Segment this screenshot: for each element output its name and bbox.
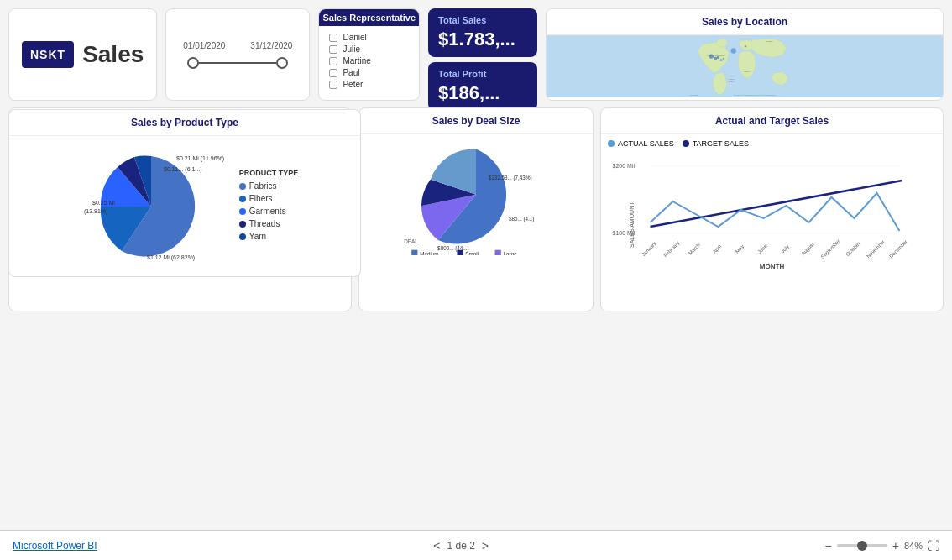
target-legend-dot — [683, 140, 689, 147]
legend-yarn: Yarn — [239, 232, 299, 241]
product-type-body: $0.25 Mi (13.81%) $0.21 Mi (11.96%) $0.1… — [9, 136, 360, 277]
svg-rect-41 — [411, 250, 417, 255]
rep-item[interactable]: Peter — [329, 80, 409, 89]
slider-left-dot[interactable] — [187, 57, 199, 69]
svg-point-7 — [714, 57, 717, 60]
date-range-slider[interactable] — [187, 57, 288, 69]
legend-actual: ACTUAL SALES — [608, 139, 674, 148]
rep-checkbox[interactable] — [329, 57, 337, 65]
rep-list: DanielJulieMartinePaulPeter — [329, 33, 409, 89]
svg-point-9 — [720, 59, 723, 61]
svg-text:$800... (44...): $800... (44...) — [437, 245, 469, 252]
legend-garments: Garments — [239, 207, 299, 216]
page-indicator: 1 de 2 — [447, 540, 474, 552]
rep-item[interactable]: Daniel — [329, 33, 409, 42]
powerbi-link[interactable]: Microsoft Power BI — [13, 540, 97, 552]
zoom-minus-button[interactable]: − — [825, 539, 832, 552]
svg-text:September: September — [820, 238, 841, 259]
svg-text:$132.58... (7,43%): $132.58... (7,43%) — [489, 175, 532, 181]
zoom-slider[interactable] — [837, 544, 887, 547]
header-row: NSKT Sales 01/01/2020 31/12/2020 Sales R… — [8, 8, 944, 101]
deal-size-chart-body: $132.58... (7,43%) $85... (4...) $800...… — [359, 134, 593, 308]
svg-text:(13.81%): (13.81%) — [84, 208, 107, 215]
zoom-controls: − + 84% ⛶ — [825, 539, 939, 552]
deal-size-pie-svg: $132.58... (7,43%) $85... (4...) $800...… — [392, 138, 560, 255]
svg-text:DEAL ...: DEAL ... — [404, 238, 424, 244]
rep-checkbox[interactable] — [329, 81, 337, 89]
actual-legend-label: ACTUAL SALES — [618, 139, 674, 148]
svg-text:$1.12 Mi (62.82%): $1.12 Mi (62.82%) — [147, 254, 195, 261]
svg-rect-43 — [457, 250, 463, 255]
nav-next-button[interactable]: > — [482, 539, 489, 552]
rep-item[interactable]: Julie — [329, 44, 409, 54]
svg-text:October: October — [845, 241, 860, 257]
svg-text:May: May — [735, 243, 745, 254]
actual-target-chart-body: ACTUAL SALES TARGET SALES $200 Mil $100 … — [601, 134, 943, 308]
legend-fabrics: Fabrics — [239, 181, 299, 191]
svg-point-8 — [717, 56, 719, 59]
total-profit-label: Total Profit — [438, 69, 527, 79]
kpi-cards: Total Sales $1.783,... Total Profit $186… — [428, 8, 537, 101]
page-title: Sales — [82, 41, 144, 68]
rep-checkbox[interactable] — [329, 45, 337, 54]
actual-legend-dot — [608, 140, 615, 147]
svg-text:MONTH: MONTH — [760, 263, 785, 269]
svg-text:March: March — [688, 243, 701, 256]
svg-text:$0.11... (6.1...): $0.11... (6.1...) — [164, 166, 202, 173]
svg-text:December: December — [888, 239, 908, 259]
product-legend-title: PRODUCT TYPE — [239, 169, 299, 177]
product-type-title: Sales by Product Type — [9, 110, 360, 136]
svg-text:August: August — [800, 242, 815, 257]
rep-name: Daniel — [343, 33, 366, 42]
svg-text:$0.25 Mi: $0.25 Mi — [92, 200, 115, 206]
svg-text:Atlântico: Atlântico — [728, 81, 734, 82]
svg-text:Medium: Medium — [420, 251, 438, 255]
date-range-labels: 01/01/2020 31/12/2020 — [183, 41, 292, 50]
svg-text:Large: Large — [504, 251, 518, 255]
actual-target-svg: $200 Mil $100 Mil SALES AMOUNT January F… — [608, 151, 936, 269]
map-svg: AMÉRICA DO NORTE EUROPA ÁFRICA Oceano At… — [547, 35, 943, 97]
deal-size-chart-card: Sales by Deal Size $132.58... (7,43%) $8… — [358, 107, 594, 311]
legend-target: TARGET SALES — [683, 139, 749, 148]
svg-point-11 — [731, 48, 736, 53]
status-bar: Microsoft Power BI < 1 de 2 > − + 84% ⛶ — [0, 530, 952, 560]
svg-text:February: February — [662, 240, 680, 258]
svg-text:ÁFRICA: ÁFRICA — [744, 71, 751, 72]
svg-text:$85... (4...): $85... (4...) — [509, 216, 535, 222]
svg-text:$0.21 Mi (11.96%): $0.21 Mi (11.96%) — [176, 155, 224, 162]
slider-line — [199, 62, 276, 64]
nav-prev-button[interactable]: < — [433, 539, 440, 552]
rep-name: Martine — [343, 56, 370, 65]
total-profit-value: $186,... — [438, 82, 527, 104]
logo-box: NSKT — [22, 41, 74, 68]
svg-text:EUROPA: EUROPA — [766, 40, 773, 42]
total-sales-card: Total Sales $1.783,... — [428, 8, 537, 57]
rep-checkbox[interactable] — [329, 69, 337, 77]
rep-item[interactable]: Martine — [329, 56, 409, 65]
product-type-chart-card: Sales by Product Type $0.25 Mi (13.81%) … — [8, 109, 361, 277]
rep-name: Julie — [343, 44, 360, 54]
total-sales-label: Total Sales — [438, 15, 527, 25]
svg-point-10 — [723, 58, 724, 60]
rep-item[interactable]: Paul — [329, 68, 409, 77]
map-body: AMÉRICA DO NORTE EUROPA ÁFRICA Oceano At… — [547, 35, 943, 97]
zoom-plus-button[interactable]: + — [892, 539, 899, 552]
svg-text:SALES AMOUNT: SALES AMOUNT — [629, 201, 635, 248]
logo-card: NSKT Sales — [8, 8, 157, 101]
svg-text:June: June — [756, 243, 768, 254]
date-end: 31/12/2020 — [250, 41, 292, 50]
deal-size-chart-title: Sales by Deal Size — [359, 108, 593, 134]
actual-target-chart-title: Actual and Target Sales — [601, 108, 943, 134]
svg-text:Oceano: Oceano — [730, 78, 735, 80]
zoom-slider-thumb[interactable] — [857, 541, 867, 551]
svg-rect-45 — [495, 250, 501, 255]
fullscreen-icon[interactable]: ⛶ — [928, 539, 939, 552]
actual-target-chart-card: Actual and Target Sales ACTUAL SALES TAR… — [600, 107, 944, 311]
svg-text:November: November — [866, 239, 886, 259]
map-title: Sales by Location — [547, 9, 943, 35]
rep-name: Paul — [343, 68, 359, 77]
rep-checkbox[interactable] — [329, 34, 337, 42]
slider-right-dot[interactable] — [276, 57, 288, 69]
product-legend: PRODUCT TYPE Fabrics Fibers Garments Thr… — [235, 169, 303, 244]
date-range-card[interactable]: 01/01/2020 31/12/2020 — [165, 8, 310, 101]
